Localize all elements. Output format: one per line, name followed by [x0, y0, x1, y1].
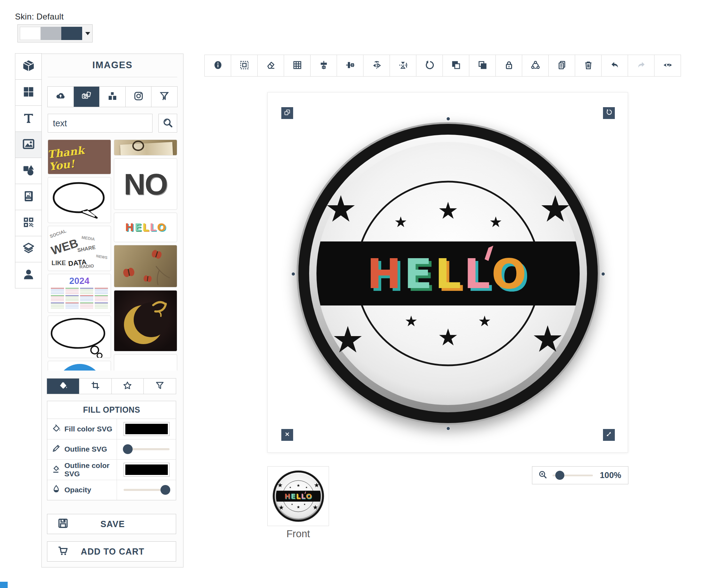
delete-object-button[interactable]	[281, 429, 293, 441]
thumbnail-crescent-calligraphy[interactable]	[114, 290, 177, 351]
person-icon	[22, 268, 35, 283]
rotate-ccw-icon	[424, 60, 435, 72]
fill-color-label: Fill color SVG	[64, 425, 112, 433]
save-button[interactable]: SAVE	[47, 514, 176, 534]
bring-forward-button[interactable]	[442, 55, 469, 77]
design-canvas[interactable]	[267, 92, 628, 453]
flip-horizontal-button[interactable]	[363, 55, 390, 77]
search-icon	[162, 117, 173, 129]
sidebar-item-product[interactable]	[15, 53, 42, 80]
skin-swatch-gray	[41, 27, 61, 40]
sidebar-item-images[interactable]	[15, 132, 42, 158]
subtab-fill[interactable]	[47, 378, 79, 394]
lock-icon	[504, 60, 514, 72]
marquee-select-button[interactable]	[231, 55, 258, 77]
thumbnail-hello[interactable]: HELLO	[114, 213, 177, 242]
thumbnail-speech-bubble[interactable]	[48, 177, 111, 223]
calendar-months	[48, 286, 111, 310]
sidebar-item-text[interactable]	[15, 105, 42, 132]
skin-dropdown[interactable]	[17, 24, 93, 42]
tab-instagram[interactable]	[125, 86, 152, 107]
thumbnail-book-photo[interactable]	[114, 140, 177, 156]
subtab-filter[interactable]	[143, 378, 176, 394]
opacity-knob[interactable]	[160, 485, 170, 495]
delete-button[interactable]	[575, 55, 602, 77]
thumbnail-thought-bubble[interactable]	[48, 316, 111, 358]
calendar-year: 2024	[48, 276, 111, 286]
undo-button[interactable]	[601, 55, 628, 77]
selection-handle-top[interactable]	[446, 117, 450, 121]
outline-color-value	[125, 464, 168, 475]
thumbnail-blank[interactable]	[114, 354, 177, 371]
thumbnail-calendar-2024[interactable]: 2024	[48, 274, 111, 313]
selection-handle-right[interactable]	[601, 272, 605, 276]
opacity-slider[interactable]	[124, 489, 170, 491]
distribute-horizontal-button[interactable]	[337, 55, 363, 77]
blue-disc	[57, 364, 102, 371]
zoom-percentage: 100%	[600, 470, 621, 480]
sidebar-item-qr-code[interactable]	[15, 210, 42, 236]
camera-photos-icon	[81, 91, 92, 103]
tab-filter-off[interactable]	[151, 86, 178, 107]
outline-width-knob[interactable]	[123, 444, 133, 454]
fill-color-swatch[interactable]	[124, 422, 170, 436]
add-to-cart-label: ADD TO CART	[69, 547, 156, 557]
outline-color-icon	[52, 464, 61, 475]
redo-button[interactable]	[628, 55, 655, 77]
search-input[interactable]	[48, 114, 152, 133]
zoom-knob[interactable]	[555, 471, 564, 480]
eye-icon	[663, 60, 673, 72]
subtab-favorite[interactable]	[111, 378, 144, 394]
sidebar-item-photo-album[interactable]	[15, 184, 42, 210]
sidebar-item-profile[interactable]	[15, 262, 42, 288]
thumbnail-column-left: Thank You! WEB DATA SOCIAL MEDIA SHARE L…	[48, 140, 111, 371]
tab-photos[interactable]	[73, 86, 100, 107]
star-icon	[123, 381, 132, 392]
copy-pages-icon	[557, 60, 567, 72]
eraser-button[interactable]	[257, 55, 284, 77]
info-button[interactable]	[204, 55, 231, 77]
badge-design[interactable]	[295, 120, 601, 427]
layers-icon	[22, 242, 35, 256]
copy-button[interactable]	[548, 55, 575, 77]
selection-handle-bottom[interactable]	[446, 427, 450, 430]
sidebar-item-shapes[interactable]	[15, 158, 42, 184]
thumbnail-no-typography[interactable]: NO	[114, 158, 177, 210]
lock-button[interactable]	[495, 55, 522, 77]
sidebar-item-templates[interactable]	[15, 79, 42, 106]
search-button[interactable]	[158, 114, 177, 133]
skin-label: Skin: Default	[15, 12, 64, 22]
tab-upload[interactable]	[47, 86, 74, 107]
panel-title: IMAGES	[48, 60, 177, 71]
add-to-cart-button[interactable]: ADD TO CART	[47, 541, 176, 562]
thumbnail-blue-shape[interactable]	[48, 361, 111, 371]
thumbnail-thank-you[interactable]: Thank You!	[48, 140, 111, 174]
outline-width-slider[interactable]	[124, 448, 170, 450]
outline-color-label: Outline color SVG	[64, 461, 117, 478]
zoom-slider[interactable]	[553, 475, 593, 476]
duplicate-object-button[interactable]	[281, 107, 293, 119]
rotate-object-button[interactable]	[603, 107, 615, 119]
distribute-vertical-button[interactable]	[310, 55, 337, 77]
image-results-grid: Thank You! WEB DATA SOCIAL MEDIA SHARE L…	[48, 140, 177, 371]
crop-icon	[91, 381, 100, 392]
preview-button[interactable]	[654, 55, 681, 77]
flip-vertical-button[interactable]	[390, 55, 416, 77]
sidebar-item-layers[interactable]	[15, 236, 42, 262]
word: WEB	[49, 236, 80, 258]
group-button[interactable]	[522, 55, 549, 77]
rotate-button[interactable]	[416, 55, 443, 77]
filter-slash-icon	[159, 91, 170, 103]
tab-elements[interactable]	[99, 86, 126, 107]
zoom-control: 100%	[532, 466, 628, 484]
thumbnail-word-cloud[interactable]: WEB DATA SOCIAL MEDIA SHARE LIKE RADIO N…	[48, 226, 111, 271]
front-side-thumbnail[interactable]	[267, 466, 329, 526]
fill-options-panel: FILL OPTIONS Fill color SVG Outline SVG …	[47, 401, 176, 500]
grid-button[interactable]	[284, 55, 311, 77]
thumbnail-butterflies[interactable]	[114, 245, 177, 287]
outline-color-swatch[interactable]	[124, 463, 170, 477]
send-backward-button[interactable]	[469, 55, 496, 77]
selection-handle-left[interactable]	[291, 272, 295, 276]
subtab-crop[interactable]	[79, 378, 112, 394]
resize-object-button[interactable]	[603, 429, 615, 441]
